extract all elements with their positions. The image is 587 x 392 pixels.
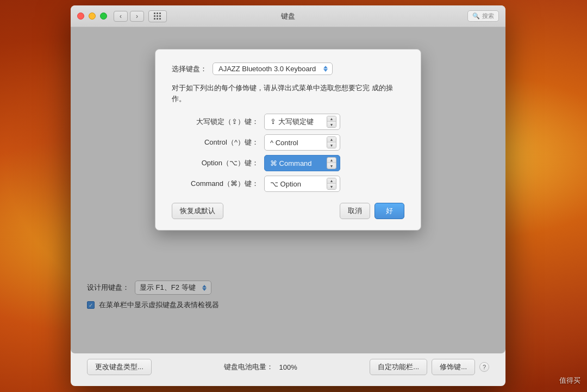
- window-title: 键盘: [281, 11, 295, 21]
- modifier-keys-button[interactable]: 修饰键...: [432, 359, 475, 375]
- grid-menu-button[interactable]: [148, 10, 167, 22]
- main-window: ‹ › 键盘 🔍 搜索 选择键盘： AJAZZ Bluetoo: [71, 5, 505, 386]
- watermark: 值得买: [559, 376, 580, 385]
- maximize-button[interactable]: [100, 13, 107, 20]
- cancel-button[interactable]: 取消: [340, 203, 370, 219]
- title-bar: ‹ › 键盘 🔍 搜索: [71, 5, 505, 27]
- battery-row: 键盘电池电量： 100%: [224, 362, 297, 372]
- capslock-select[interactable]: ⇪ 大写锁定键 ▲ ▼: [264, 114, 340, 130]
- modal-footer: 恢复成默认 取消 好: [172, 203, 404, 219]
- ok-button[interactable]: 好: [374, 203, 404, 219]
- stepper-down-icon[interactable]: ▼: [327, 163, 336, 169]
- modal-dialog: 选择键盘： AJAZZ Bluetooth 3.0 Keyboard 对于如下列…: [155, 49, 421, 231]
- window-body: 选择键盘： AJAZZ Bluetooth 3.0 Keyboard 对于如下列…: [71, 27, 505, 353]
- control-value: ^ Control: [270, 139, 298, 147]
- stepper-down-icon[interactable]: ▼: [327, 122, 336, 127]
- arrow-down-icon: [323, 69, 328, 72]
- option-label: Option（⌥）键：: [172, 158, 259, 168]
- control-select[interactable]: ^ Control ▲ ▼: [264, 134, 340, 151]
- command-label: Command（⌘）键：: [172, 179, 259, 189]
- keyboard-selector-arrows: [323, 66, 328, 72]
- stepper-up-icon[interactable]: ▲: [327, 116, 336, 122]
- stepper-down-icon[interactable]: ▼: [327, 184, 336, 189]
- keyboard-selector[interactable]: AJAZZ Bluetooth 3.0 Keyboard: [213, 63, 333, 75]
- window-bottom-bar: 更改键盘类型... 键盘电池电量： 100% 自定功能栏... 修饰键... ?: [71, 353, 505, 386]
- modifier-row-control: Control（^）键： ^ Control ▲ ▼: [172, 134, 404, 151]
- stepper-up-icon[interactable]: ▲: [327, 178, 336, 184]
- grid-icon: [154, 13, 161, 20]
- bottom-buttons: 更改键盘类型... 键盘电池电量： 100% 自定功能栏... 修饰键... ?: [87, 359, 489, 375]
- command-value: ⌥ Option: [270, 180, 301, 188]
- control-stepper[interactable]: ▲ ▼: [327, 136, 336, 148]
- nav-buttons: ‹ ›: [114, 11, 144, 22]
- restore-defaults-button[interactable]: 恢复成默认: [172, 203, 223, 219]
- battery-value: 100%: [279, 363, 297, 371]
- modal-description: 对于如下列出的每个修饰键，请从弹出式菜单中选取您想要它完 成的操作。: [172, 83, 404, 104]
- capslock-label: 大写锁定（⇪）键：: [172, 117, 259, 127]
- stepper-down-icon[interactable]: ▼: [327, 142, 336, 148]
- control-label: Control（^）键：: [172, 138, 259, 147]
- arrow-up-icon: [323, 66, 328, 69]
- stepper-up-icon[interactable]: ▲: [327, 137, 336, 142]
- command-select[interactable]: ⌥ Option ▲ ▼: [264, 176, 340, 192]
- minimize-button[interactable]: [89, 13, 96, 20]
- modifier-row-command: Command（⌘）键： ⌥ Option ▲ ▼: [172, 176, 404, 192]
- keyboard-selector-label: 选择键盘：: [172, 64, 207, 74]
- help-button[interactable]: ?: [479, 362, 489, 372]
- change-keyboard-type-button[interactable]: 更改键盘类型...: [87, 359, 152, 375]
- close-button[interactable]: [77, 13, 84, 20]
- search-bar[interactable]: 🔍 搜索: [467, 10, 499, 22]
- search-placeholder: 搜索: [482, 12, 494, 20]
- stepper-up-icon[interactable]: ▲: [327, 158, 336, 163]
- modifier-row-capslock: 大写锁定（⇪）键： ⇪ 大写锁定键 ▲ ▼: [172, 114, 404, 130]
- modifier-section: 大写锁定（⇪）键： ⇪ 大写锁定键 ▲ ▼ Control（^）键：: [172, 114, 404, 192]
- keyboard-selector-row: 选择键盘： AJAZZ Bluetooth 3.0 Keyboard: [172, 63, 404, 75]
- forward-button[interactable]: ›: [130, 11, 144, 22]
- option-select[interactable]: ⌘ Command ▲ ▼: [264, 155, 340, 171]
- modifier-row-option: Option（⌥）键： ⌘ Command ▲ ▼: [172, 155, 404, 171]
- command-stepper[interactable]: ▲ ▼: [327, 178, 336, 190]
- capslock-stepper[interactable]: ▲ ▼: [327, 116, 336, 128]
- keyboard-selector-value: AJAZZ Bluetooth 3.0 Keyboard: [218, 65, 316, 73]
- customize-toolbar-button[interactable]: 自定功能栏...: [370, 359, 427, 375]
- modal-overlay: 选择键盘： AJAZZ Bluetooth 3.0 Keyboard 对于如下列…: [71, 27, 505, 353]
- back-button[interactable]: ‹: [114, 11, 128, 22]
- traffic-lights: [77, 13, 107, 20]
- battery-label: 键盘电池电量：: [224, 362, 273, 372]
- option-stepper[interactable]: ▲ ▼: [327, 157, 336, 169]
- modal-button-group: 取消 好: [340, 203, 404, 219]
- search-icon: 🔍: [472, 13, 480, 20]
- option-value: ⌘ Command: [270, 159, 312, 167]
- capslock-value: ⇪ 大写锁定键: [270, 117, 314, 127]
- right-buttons: 自定功能栏... 修饰键... ?: [370, 359, 489, 375]
